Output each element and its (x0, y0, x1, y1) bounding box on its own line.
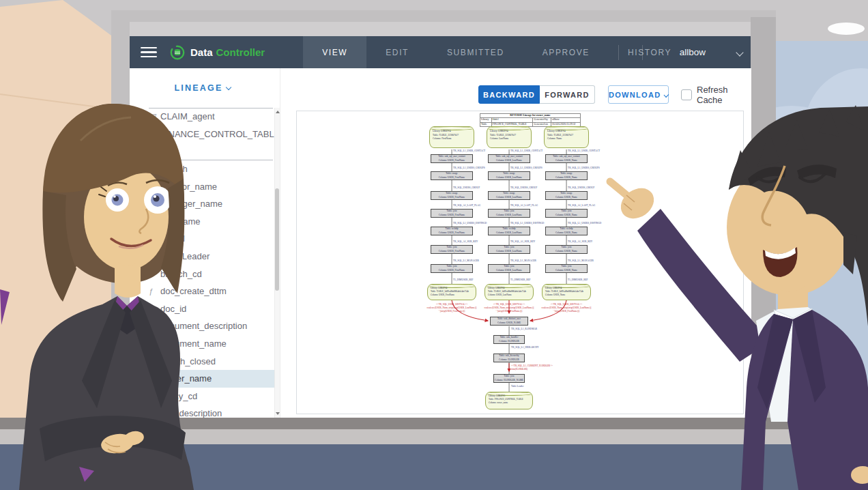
scrollbar-thumb[interactable] (275, 188, 279, 291)
node-column: Column: USER_Name (546, 250, 587, 254)
red-transform-expr: trim(HANDLER) (511, 368, 553, 371)
dim-table-node: Library: LIBLEV4Table: TABLE_3489e48bd88… (484, 284, 534, 300)
transform-label: TR_SQL_L1_HIERARCHY (511, 347, 539, 349)
transform-label: T5_DIMUSER_REF (510, 279, 531, 282)
node-column: Column: USER_FirstName (431, 214, 472, 218)
dim-table-node: Library: LIBLEV4Table: TABLE_3489e48bd88… (427, 284, 476, 300)
transform-label: TR_SQL_L1_USER_CONTACT (510, 150, 542, 153)
backward-button[interactable]: BACKWARD (478, 85, 540, 104)
work-table-node: Table: usk_sql_user_contactColumn: USER_… (545, 154, 588, 163)
node-column: Column: USER_FirstName (431, 250, 472, 254)
forward-button[interactable]: FORWARD (540, 85, 595, 104)
work-table-node: Table: joinColumn: USER_FirstName (431, 209, 473, 218)
transform-label: TR_SQL_USERS_GROUP (568, 187, 594, 190)
transform-label: TR_SQL_A1_LAST_FLAG (510, 205, 538, 207)
transform-label: TR_SQL_L1_USER_CONTACT (453, 150, 485, 153)
work-table-node: Table: usk_sql_user_contactColumn: USER_… (488, 154, 530, 163)
nav-divider (618, 45, 619, 60)
data-controller-icon (169, 44, 186, 61)
work-table-node: Table: usageColumn: USER_Name (545, 171, 588, 180)
download-label: DOWNLOAD (609, 91, 661, 99)
brand-word-1: Data (190, 46, 213, 58)
work-table-node: Table: usk_sql_user_contactColumn: USER_… (431, 154, 473, 163)
transform-label: TR_SQL_A1_LAST_FLAG (453, 205, 480, 207)
transform-label: TR_SQL_USERS_GROUP (510, 187, 537, 190)
node-column: Column: USER_LastName (489, 250, 530, 254)
cyl-column: Column: USER_Name (545, 293, 590, 297)
node-column: Column: USER_FirstName (431, 269, 472, 273)
transform-label: T5_DIMUSER_REF (568, 279, 588, 282)
red-transform-label: <<TR_SQL_L1_CURRENT_HANDLER>>trim(HANDLE… (511, 364, 553, 371)
tab-view[interactable]: VIEW (303, 36, 366, 68)
transform-label: TR_SQL_L1_RANDMAR (511, 328, 537, 331)
transform-label: TR_SQL_L1_USERS_GROUPS (453, 167, 485, 170)
tab-submitted[interactable]: SUBMITTED (428, 36, 523, 68)
refresh-cache-checkbox[interactable] (681, 89, 692, 100)
ceiling-light (828, 23, 865, 35)
loader-label: Table Loader (511, 386, 524, 388)
node-column: Column: USER_FirstName (431, 231, 472, 235)
transform-label: TR_SQL_A1_LAST_FLAG (568, 205, 595, 207)
node-column: Column: USER_Name (546, 231, 587, 235)
presenter-woman-illustration (0, 87, 235, 490)
work-table-node: Table: usageColumn: USER_LastName (488, 191, 530, 200)
transform-label: TR_SQL_L1_USERS_DISTINGD (453, 222, 487, 225)
chevron-down-icon[interactable] (736, 48, 743, 56)
tab-edit[interactable]: EDIT (366, 36, 428, 68)
transform-label: T5_DIMUSER_REF (453, 279, 474, 282)
transform-label: TR_SQL_USERS_GROUP (453, 187, 480, 190)
work-table-node: Table: joinColumn: USER_Name (545, 245, 588, 254)
work-table-node: Table: usk_handlerColumn: HANDLER (493, 335, 525, 344)
transform-label: TR_SQL_L1_USERS_GROUPS (510, 167, 542, 170)
work-table-node: Table: joinColumn: USER_LastName (488, 264, 530, 273)
transform-label: TR_SQL_A1_SUB_KEY (510, 241, 535, 244)
red-transform-expr: ' '||strip(USER_FirstName))) (527, 310, 606, 313)
work-table-node: Table: webdpColumn: USER_FirstName (431, 227, 473, 235)
work-table-node: Table: usageColumn: USER_Name (545, 191, 588, 200)
node-column: Column: USER_FirstName (431, 159, 472, 163)
node-column: Column: USER_LastName (489, 269, 530, 273)
brand-logo: Data Controller (169, 44, 265, 61)
work-table-node: Table: webdpColumn: USER_Name (545, 227, 588, 235)
chevron-down-icon (664, 92, 669, 98)
work-table-node: Table: joinColumn: USER_FirstName (431, 245, 473, 254)
target-table-node: Library: LIBLEV5Table: FINANCE_CONTROL_T… (485, 392, 533, 409)
sideburn (843, 232, 857, 274)
scene: Data Controller VIEWEDITSUBMITTEDAPPROVE… (0, 0, 868, 490)
work-table-node: Table: joinColumn: USER_LastName (488, 209, 530, 218)
work-table-node: Table: webdpColumn: USER_LastName (488, 227, 530, 235)
brand-word-2: Controller (216, 46, 265, 58)
node-column: Column: USER_Name (546, 159, 587, 163)
nav-divider (642, 45, 643, 60)
work-table-node: Table: joinColumn: HANDLER_NAME (493, 374, 525, 383)
work-table-node: Table: joinColumn: USER_Name (545, 209, 588, 218)
transform-label: TR_SQL_L1_MANAGER (453, 260, 479, 263)
work-table-node: Table: usk_hierarchyColumn: HANDLER (493, 354, 525, 362)
tab-approve[interactable]: APPROVE (523, 36, 609, 68)
transform-label: TR_SQL_A1_SUB_KEY (568, 241, 592, 244)
monitor-bezel-top (130, 22, 751, 36)
work-table-node: Table: joinColumn: USER_FirstName (431, 264, 473, 273)
nav-tabs: VIEWEDITSUBMITTEDAPPROVEHISTORY (303, 36, 691, 68)
cyl-column: Column: FirstName (433, 137, 474, 141)
node-column: Column: USER_Name (546, 176, 587, 180)
red-transform-annotation: <<TR_SQL_USER_DISTVAL>>coalesce(USER_Nam… (527, 303, 606, 313)
username: allbow (680, 47, 706, 57)
node-column: Column: USER_LastName (489, 214, 530, 218)
work-table-node: Table: joinColumn: USER_Name (545, 264, 588, 273)
merge-table-node: Table: usk_distinct_userColumn: USER_NAM… (490, 317, 528, 326)
node-column: Column: USER_LastName (489, 231, 530, 235)
sidebar-scrollbar[interactable] (274, 108, 280, 418)
transform-label: TR_SQL_A1_SUB_KEY (453, 241, 478, 244)
menu-icon[interactable] (141, 44, 157, 61)
source-table-node: Library: LIBLEV4Table: TABLE_223807b27Co… (544, 126, 589, 148)
cyl-column: Column: USER_LastName (488, 293, 533, 297)
user-menu[interactable]: allbow (680, 36, 706, 68)
node-column: Column: USER_LastName (489, 176, 530, 180)
node-column: Column: USER_LastName (489, 159, 530, 163)
cyl-column: Column: USER_FirstName (431, 293, 476, 297)
tab-history[interactable]: HISTORY (609, 36, 691, 68)
dim-table-node: Library: LIBLEV4Table: TABLE_3489e48bd88… (542, 284, 591, 300)
node-column: Column: HANDLER (494, 358, 524, 362)
node-column: Column: USER_LastName (489, 196, 530, 200)
